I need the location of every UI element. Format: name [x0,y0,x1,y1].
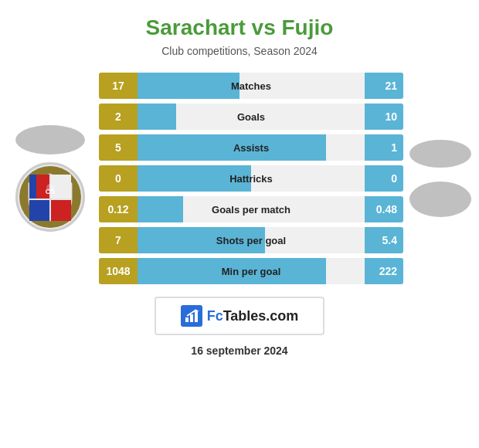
match-date: 16 september 2024 [191,344,287,357]
stat-label: Goals per match [138,204,365,216]
stat-bar-container: Hattricks [138,165,365,192]
stat-row: 0.12Goals per match0.48 [99,196,403,222]
stat-row: 7Shots per goal5.4 [99,227,403,253]
stat-right-value: 0 [365,165,403,192]
stat-left-value: 5 [99,134,138,161]
stats-container: 17Matches212Goals105Assists10Hattricks00… [99,73,403,284]
fctables-text: FcTables.com [207,308,299,324]
stat-bar-container: Goals per match [138,196,365,222]
left-team-area: CS [8,125,93,232]
match-title: Sarachart vs Fujio [146,15,334,40]
svg-point-8 [46,184,54,192]
stat-right-value: 10 [365,104,403,130]
stat-right-value: 222 [365,258,403,284]
stat-bar-container: Matches [138,73,365,99]
svg-rect-6 [51,200,71,221]
stat-left-value: 2 [99,104,138,130]
main-content: CS 17Matches212Goals105Assists10Hattrick… [0,73,479,284]
svg-rect-10 [190,314,193,322]
tables-suffix: Tables.com [223,308,299,324]
stat-right-value: 5.4 [365,227,403,253]
stat-label: Min per goal [138,266,365,277]
left-team-logo: CS [15,162,85,232]
stat-bar-container: Min per goal [138,258,365,284]
stat-label: Matches [138,80,365,92]
stat-left-value: 17 [99,73,138,99]
right-team-flag [409,140,471,168]
stat-label: Shots per goal [138,235,365,246]
svg-rect-9 [185,317,189,322]
stat-bar-container: Shots per goal [138,227,365,253]
svg-rect-11 [195,311,198,322]
stat-label: Hattricks [138,173,365,185]
stat-row: 0Hattricks0 [99,165,403,192]
stat-label: Assists [138,142,365,154]
right-team-area [409,140,471,217]
stat-left-value: 1048 [99,258,138,284]
stat-label: Goals [138,111,365,123]
match-subtitle: Club competitions, Season 2024 [161,45,318,57]
stat-row: 2Goals10 [99,104,403,130]
stat-bar-container: Goals [138,104,365,130]
fctables-icon [181,305,202,327]
stat-left-value: 0.12 [99,196,138,222]
stat-right-value: 1 [365,134,403,161]
svg-rect-5 [29,200,49,221]
logo-inner: CS [19,166,81,228]
stat-right-value: 21 [365,73,403,99]
stat-bar-container: Assists [138,134,365,161]
stat-row: 17Matches21 [99,73,403,99]
left-team-flag [15,125,85,154]
stat-left-value: 0 [99,165,138,192]
fc-prefix: Fc [207,308,223,324]
team-badge-svg: CS [27,172,73,222]
svg-rect-3 [29,175,36,199]
stat-right-value: 0.48 [365,196,403,222]
stat-left-value: 7 [99,227,138,253]
right-team-logo-placeholder [409,182,471,217]
chart-icon [184,308,199,324]
fctables-logo: FcTables.com [155,297,324,335]
stat-row: 5Assists1 [99,134,403,161]
stat-row: 1048Min per goal222 [99,258,403,284]
page: Sarachart vs Fujio Club competitions, Se… [0,0,479,448]
